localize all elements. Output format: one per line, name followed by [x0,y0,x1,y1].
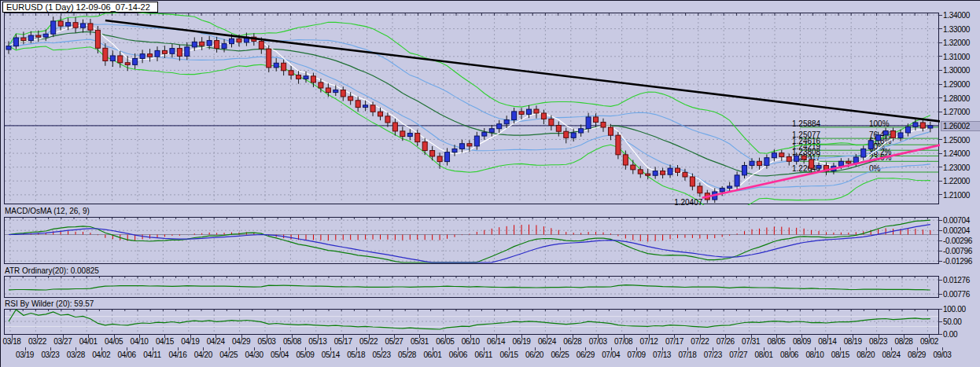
date-label: 05/17 [329,337,357,346]
fib-price-label: 1.25884 [792,119,821,128]
candle-body [304,76,308,79]
date-label: 04/30 [240,350,268,359]
price-axis-label: 1.29000 [943,80,970,89]
date-label: 05/22 [355,337,383,346]
date-label: 06/10 [456,337,484,346]
price-axis-tick [939,97,942,98]
candle-body [445,152,450,162]
chart-title: EURUSD (1 Day) 12-09-06_07-14-22 [6,2,150,12]
candle-body [646,174,650,175]
candle-body [920,123,925,128]
candle-body [73,23,78,28]
date-label: 05/31 [405,337,433,346]
rsi-axis-tick [939,334,942,335]
candle-body [230,39,234,43]
candle-body [764,158,769,166]
candle-body [437,156,442,162]
candle-body [527,109,532,114]
date-label: 08/06 [776,350,804,359]
candle-body [452,149,457,152]
date-label: 07/04 [597,350,625,359]
candle-body [222,44,227,49]
macd-axis-label: 0.00204 [943,226,970,235]
price-axis-tick [939,194,942,195]
price-axis-tick [939,181,942,182]
date-label: 08/20 [852,350,880,359]
date-label: 06/19 [507,337,536,346]
candle-body [267,49,271,68]
candle-body [237,39,241,42]
candle-body [274,63,278,68]
candle-body [207,41,212,46]
rsi-indicator-panel[interactable] [4,309,940,335]
candle-body [816,166,821,169]
date-label: 04/25 [215,350,243,359]
candle-body [259,41,263,49]
candle-body [282,63,286,71]
candle-body [430,151,435,156]
candle-body [787,156,791,161]
candle-body [103,48,108,61]
trading-chart-window: EURUSD (1 Day) 12-09-06_07-14-22 1.25884… [0,0,980,367]
atr-indicator-panel[interactable] [4,276,940,298]
date-label: 05/27 [380,337,408,346]
macd-axis-label: -0.00296 [943,237,972,245]
price-axis-label: 1.33000 [943,25,970,34]
candle-body [185,47,190,57]
candle-body [594,117,599,123]
candle-body [66,23,71,26]
candle-body [742,166,747,175]
macd-axis-tick [939,261,942,262]
price-axis-tick [939,56,942,57]
candle-body [13,38,18,46]
candle-body [125,63,130,65]
candle-body [326,88,330,93]
candle-body [36,35,41,37]
rsi-axis-tick [939,321,942,322]
candle-body [623,155,628,165]
chart-title-bar: EURUSD (1 Day) 12-09-06_07-14-22 [2,2,158,13]
candle-body [794,156,799,161]
candle-body [683,172,687,177]
candle-body [735,175,739,186]
main-price-chart[interactable]: 1.25884100%1.2507776.4%1.2461661.8%1.242… [4,13,940,205]
date-label: 05/03 [252,337,281,346]
date-label: 05/28 [393,350,422,359]
candle-body [356,101,360,108]
candle-body [601,122,606,127]
date-label: 05/09 [291,350,319,359]
candle-body [289,71,293,75]
date-label: 03/22 [23,337,51,346]
candle-body [474,136,479,146]
candle-body [891,131,896,138]
candle-body [750,161,754,165]
candle-body [541,113,546,119]
candle-body [392,123,397,131]
date-label: 04/15 [150,337,179,346]
date-label: 05/14 [316,350,344,359]
candle-body [378,112,383,116]
candle-body [155,50,160,57]
candle-body [118,56,123,63]
candle-body [467,144,472,146]
date-label: 06/11 [470,350,498,359]
rising-support [702,145,940,198]
price-axis-label: 1.23000 [943,163,970,172]
macd-indicator-panel[interactable] [4,217,940,265]
date-label: 07/22 [686,337,714,346]
date-label: 03/19 [11,350,39,359]
rsi-axis-label: 50.00 [943,317,962,326]
candle-body [319,83,323,88]
candle-body [534,109,539,113]
price-axis-tick [939,153,942,154]
date-label: 04/29 [227,337,256,346]
macd-axis-tick [939,240,942,241]
candle-body [876,135,881,141]
candle-body [898,133,903,138]
macd-axis-label: -0.00796 [943,247,972,255]
candle-body [728,186,732,188]
candle-body [170,49,175,54]
candle-body [110,56,115,61]
candle-body [861,149,866,157]
candle-body [846,161,851,163]
